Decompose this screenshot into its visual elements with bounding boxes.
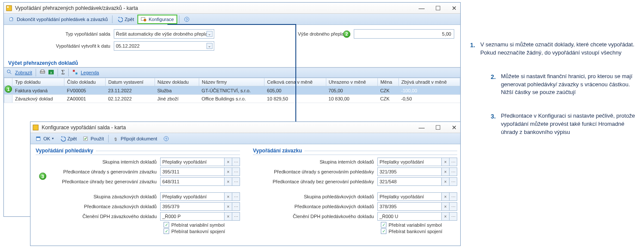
receivable-group-input[interactable]: Přeplatky vypořádání×⋯ xyxy=(377,192,457,201)
lookup-icon[interactable]: ⋯ xyxy=(450,202,457,211)
svg-text:X: X xyxy=(50,71,52,75)
maximize-button[interactable]: ☐ xyxy=(434,124,442,131)
internal-group-input[interactable]: Přeplatky vypořádání×⋯ xyxy=(160,158,240,166)
print-icon[interactable] xyxy=(39,69,46,76)
lookup-icon[interactable]: ⋯ xyxy=(450,212,457,221)
note-number: 2. xyxy=(491,73,496,97)
marker-1: 1 xyxy=(5,85,12,93)
lookup-icon[interactable]: ⋯ xyxy=(450,192,457,201)
search-icon[interactable] xyxy=(6,69,12,76)
config-label: Konfigurace xyxy=(149,17,174,22)
vat-breakdown-input[interactable]: _Ř000 P×⋯ xyxy=(160,212,240,221)
clear-icon[interactable]: × xyxy=(225,167,232,176)
clear-icon[interactable]: × xyxy=(442,212,450,221)
close-button[interactable]: ✕ xyxy=(450,5,459,12)
table-row[interactable]: Závazkový doklad ZA00001 02.12.2022 Jiné… xyxy=(4,95,460,103)
ok-button[interactable]: OK ▾ xyxy=(33,135,56,143)
vat-breakdown-input[interactable]: _Ř000 U×⋯ xyxy=(377,212,457,221)
liability-column: Vypořádání závazku Skupina interních dok… xyxy=(253,148,457,234)
svg-rect-13 xyxy=(33,125,38,130)
col-company[interactable]: Název firmy xyxy=(199,78,264,86)
bank-checkbox[interactable]: ✓Přebírat bankovní spojení xyxy=(381,228,457,234)
close-button[interactable]: ✕ xyxy=(450,124,459,131)
marker-3: 3 xyxy=(39,173,46,180)
date-label: Vypořádání vytvořit k datu xyxy=(10,43,114,49)
back-label: Zpět xyxy=(125,17,134,22)
receivable-preacct-input[interactable]: 378/395×⋯ xyxy=(377,202,457,211)
col-docname[interactable]: Název dokladu xyxy=(155,78,199,86)
col-paid[interactable]: Uhrazeno v měně xyxy=(326,78,377,86)
lookup-icon[interactable]: ⋯ xyxy=(450,158,457,166)
svg-point-3 xyxy=(144,19,146,21)
note-text: V seznamu si můžete označit doklady, kte… xyxy=(480,41,638,57)
svg-rect-12 xyxy=(76,73,77,74)
lookup-icon[interactable]: ⋯ xyxy=(232,202,240,211)
finish-settlement-button[interactable]: Dokončit vypořádání pohledávek a závazků xyxy=(6,15,110,23)
minimize-button[interactable]: — xyxy=(417,5,426,12)
col-type[interactable]: Typ dokladu xyxy=(12,78,64,86)
preacct-nogen-input[interactable]: 321/548×⋯ xyxy=(377,177,457,186)
field-label: Předkontace úhrady s generováním pohledá… xyxy=(253,169,377,174)
clear-icon[interactable]: × xyxy=(442,192,450,201)
svg-text:?: ? xyxy=(185,17,188,21)
lookup-icon[interactable]: ⋯ xyxy=(232,192,240,201)
preacct-nogen-input[interactable]: 648/311×⋯ xyxy=(160,177,240,186)
back-button[interactable]: Zpět xyxy=(114,15,137,23)
apply-button[interactable]: Použít xyxy=(80,135,106,143)
lookup-icon[interactable]: ⋯ xyxy=(450,177,457,186)
preacct-gen-input[interactable]: 395/311×⋯ xyxy=(160,167,240,176)
svg-text:?: ? xyxy=(165,137,167,141)
preacct-gen-input[interactable]: 321/395×⋯ xyxy=(377,167,457,176)
date-combo[interactable]: 05.12.2022⌄ xyxy=(114,41,214,51)
clear-icon[interactable]: × xyxy=(225,202,232,211)
receivable-column: Vypořádání pohledávky Skupina interních … xyxy=(36,148,240,234)
maximize-button[interactable]: ☐ xyxy=(434,5,442,12)
titlebar[interactable]: Konfigurace vypořádání salda - karta — ☐… xyxy=(30,122,460,133)
clear-icon[interactable]: × xyxy=(225,177,232,186)
legend-icon[interactable] xyxy=(72,69,78,76)
liability-group-input[interactable]: Přeplatky vypořádání×⋯ xyxy=(160,192,240,201)
varsymbol-checkbox[interactable]: ✓Přebírat variabilní symbol xyxy=(381,222,457,228)
sum-icon[interactable]: Σ xyxy=(61,69,65,76)
config-button[interactable]: Konfigurace xyxy=(137,15,177,24)
col-remaining[interactable]: Zbývá uhradit v měně xyxy=(398,78,460,86)
lookup-icon[interactable]: ⋯ xyxy=(232,167,240,176)
clear-icon[interactable]: × xyxy=(225,212,232,221)
field-label: Skupina závazkových dokladů xyxy=(36,194,160,199)
clear-icon[interactable]: × xyxy=(442,167,450,176)
minimize-button[interactable]: — xyxy=(417,124,426,131)
legend-link[interactable]: Legenda xyxy=(81,70,99,75)
help-button[interactable]: ? xyxy=(181,15,192,23)
clear-icon[interactable]: × xyxy=(225,158,232,166)
amount-input[interactable]: 2 5,00 xyxy=(354,29,454,39)
field-label: Skupina interních dokladů xyxy=(253,159,377,164)
table-row[interactable]: ▸ Faktura vydaná FV00005 23.11.2022 Služ… xyxy=(4,86,460,95)
clear-icon[interactable]: × xyxy=(442,177,450,186)
clear-icon[interactable]: × xyxy=(442,202,450,211)
lookup-icon[interactable]: ⋯ xyxy=(450,167,457,176)
col-date[interactable]: Datum vystavení xyxy=(106,78,155,86)
type-label: Typ vypořádání salda xyxy=(10,31,114,36)
col-currency[interactable]: Měna xyxy=(377,78,398,86)
varsymbol-checkbox[interactable]: ✓Přebírat variabilní symbol xyxy=(164,222,240,228)
back-button[interactable]: Zpět xyxy=(57,135,79,143)
help-button[interactable]: ? xyxy=(161,135,172,143)
lookup-icon[interactable]: ⋯ xyxy=(232,212,240,221)
callout-line xyxy=(167,24,296,25)
type-combo[interactable]: Řešit automaticky dle výše drobného přep… xyxy=(114,29,214,39)
bank-checkbox[interactable]: ✓Přebírat bankovní spojení xyxy=(164,228,240,234)
attach-button[interactable]: Připojit dokument xyxy=(110,135,160,143)
field-label: Skupina pohledávkových dokladů xyxy=(253,194,377,199)
clear-icon[interactable]: × xyxy=(225,192,232,201)
internal-group-input[interactable]: Přeplatky vypořádání×⋯ xyxy=(377,158,457,166)
lookup-icon[interactable]: ⋯ xyxy=(232,158,240,166)
chevron-down-icon: ⌄ xyxy=(207,43,213,49)
liability-preacct-input[interactable]: 395/379×⋯ xyxy=(160,202,240,211)
excel-icon[interactable]: X xyxy=(48,69,54,76)
col-number[interactable]: Číslo dokladu xyxy=(64,78,106,86)
clear-icon[interactable]: × xyxy=(442,158,450,166)
titlebar[interactable]: Vypořádání přehrazených pohledávek/závaz… xyxy=(4,3,460,14)
show-link[interactable]: Zobrazit xyxy=(15,70,32,75)
lookup-icon[interactable]: ⋯ xyxy=(232,177,240,186)
column-header: Vypořádání závazku xyxy=(253,148,457,155)
